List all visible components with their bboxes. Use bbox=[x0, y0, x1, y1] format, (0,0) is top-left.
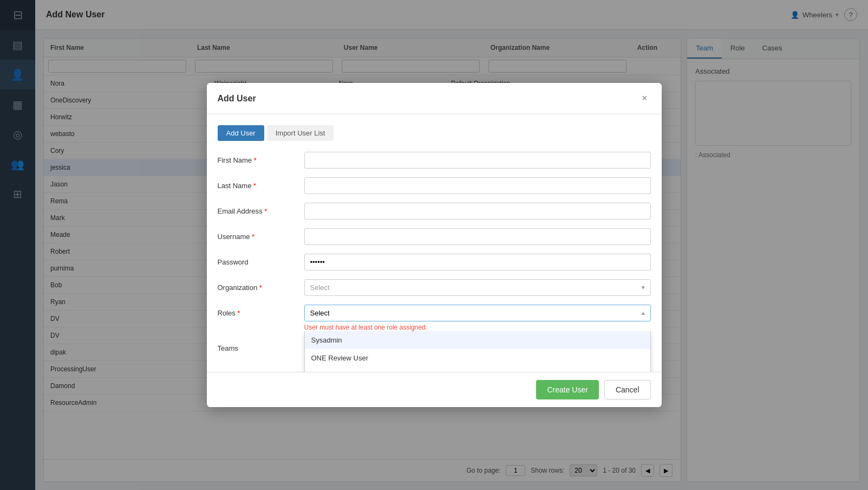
modal-tabs: Add User Import User List bbox=[218, 125, 651, 141]
roles-label: Roles * bbox=[218, 305, 304, 317]
required-star-email: * bbox=[264, 207, 267, 215]
email-input[interactable] bbox=[304, 203, 651, 220]
last-name-input[interactable] bbox=[304, 177, 651, 194]
first-name-input[interactable] bbox=[304, 152, 651, 169]
required-star-username: * bbox=[252, 233, 254, 241]
password-label: Password bbox=[218, 254, 304, 266]
form-row-username: Username * bbox=[218, 228, 651, 245]
roles-chevron-icon: ▴ bbox=[642, 310, 645, 317]
org-select[interactable]: Select ▾ bbox=[304, 279, 651, 296]
form-row-password: Password bbox=[218, 254, 651, 270]
form-row-organization: Organization * Select ▾ bbox=[218, 279, 651, 296]
modal-body: Add User Import User List First Name * L… bbox=[207, 114, 662, 372]
roles-select-text: Select bbox=[310, 309, 330, 317]
required-star-roles: * bbox=[237, 309, 240, 317]
modal-title: Add User bbox=[218, 94, 256, 104]
add-user-modal: Add User × Add User Import User List Fir… bbox=[207, 83, 662, 407]
username-label: Username * bbox=[218, 228, 304, 241]
modal-overlay: Add User × Add User Import User List Fir… bbox=[0, 0, 868, 490]
modal-close-button[interactable]: × bbox=[638, 92, 651, 105]
cancel-button[interactable]: Cancel bbox=[604, 380, 651, 399]
modal-header: Add User × bbox=[207, 83, 662, 114]
roles-error: User must have at least one role assigne… bbox=[304, 324, 651, 331]
password-input[interactable] bbox=[304, 254, 651, 270]
roles-dropdown: Sysadmin ONE Review User ONE Processing … bbox=[304, 331, 651, 372]
create-user-button[interactable]: Create User bbox=[536, 380, 598, 399]
roles-select[interactable]: Select ▴ bbox=[304, 305, 651, 321]
teams-label: Teams bbox=[218, 340, 304, 352]
form-row-roles: Roles * Select ▴ User must have at least… bbox=[218, 305, 651, 331]
roles-option-processing-user[interactable]: ONE Processing User bbox=[305, 367, 650, 372]
username-input[interactable] bbox=[304, 228, 651, 245]
form-row-first-name: First Name * bbox=[218, 152, 651, 169]
last-name-label: Last Name * bbox=[218, 177, 304, 190]
org-chevron-icon: ▾ bbox=[642, 284, 645, 291]
modal-tab-add-user[interactable]: Add User bbox=[218, 125, 264, 141]
required-star-last: * bbox=[253, 182, 256, 190]
org-select-text: Select bbox=[310, 283, 330, 292]
roles-option-review-user[interactable]: ONE Review User bbox=[305, 349, 650, 367]
form-row-last-name: Last Name * bbox=[218, 177, 651, 194]
required-star-org: * bbox=[259, 283, 262, 292]
email-label: Email Address * bbox=[218, 203, 304, 215]
first-name-label: First Name * bbox=[218, 152, 304, 164]
roles-option-sysadmin[interactable]: Sysadmin bbox=[305, 331, 650, 349]
form-row-email: Email Address * bbox=[218, 203, 651, 220]
modal-tab-import[interactable]: Import User List bbox=[267, 125, 334, 141]
modal-footer: Create User Cancel bbox=[207, 372, 662, 407]
roles-container: Select ▴ User must have at least one rol… bbox=[304, 305, 651, 331]
org-label: Organization * bbox=[218, 279, 304, 292]
org-select-wrapper: Select ▾ bbox=[304, 279, 651, 296]
required-star: * bbox=[254, 156, 257, 164]
